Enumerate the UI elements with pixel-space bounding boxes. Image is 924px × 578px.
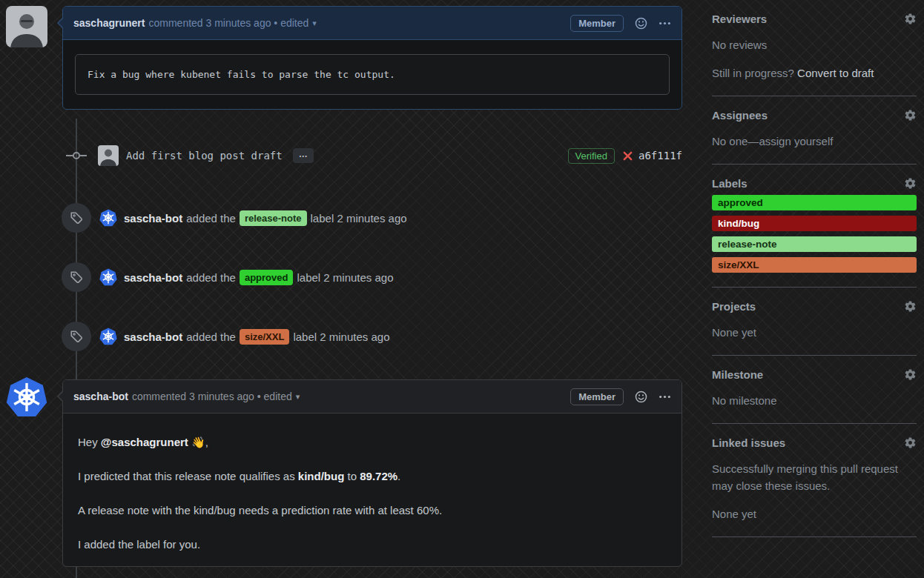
mention-link[interactable]: @saschagrunert [101,436,188,448]
event-user-link[interactable]: sascha-bot [124,330,182,343]
sidebar-section-milestone: Milestone No milestone [712,356,917,424]
draft-hint: Still in progress? Convert to draft [712,64,917,82]
member-badge: Member [570,15,624,32]
linked-issues-description: Successfully merging this pull request m… [712,460,917,494]
sidebar-section-assignees: Assignees No one—assign yourself [712,96,917,165]
comment-meta: commented 3 minutes ago • edited [148,17,308,29]
sidebar-label-size-xxl[interactable]: size/XXL [712,257,917,273]
greeting-line: Hey @saschagrunert 👋, [78,434,667,451]
reviewers-title: Reviewers [712,13,767,25]
kubernetes-logo [99,268,117,286]
comment-options-button[interactable] [659,391,671,403]
tag-icon [62,262,91,292]
edited-dropdown-caret[interactable]: ▾ [296,392,300,402]
sidebar-section-labels: Labels approved kind/bug release-note si… [712,165,917,288]
kebab-menu-icon [659,391,671,403]
kubernetes-logo [6,376,47,418]
comment-author-link[interactable]: sascha-bot [73,391,128,402]
event-action: added the [186,330,236,343]
projects-empty-text: None yet [712,324,917,341]
member-badge: Member [570,388,624,405]
commit-author-avatar[interactable] [98,145,119,166]
comment-options-button[interactable] [659,17,671,30]
tag-icon [62,322,91,351]
sidebar-section-reviewers: Reviewers No reviews Still in progress? … [712,0,917,96]
gear-icon[interactable] [904,13,917,25]
threshold-line: A release note with the kind/bug needs a… [78,502,667,519]
assignees-title: Assignees [712,109,768,122]
projects-title: Projects [712,300,756,313]
kebab-menu-icon [659,17,671,30]
sidebar-section-projects: Projects None yet [712,288,917,356]
label-event-row: sascha-bot added the release-note label … [0,203,694,233]
emoji-reaction-button[interactable] [635,17,647,30]
prediction-rate: 89.72% [360,470,397,482]
event-action: added the [186,212,236,225]
label-chip-approved[interactable]: approved [240,270,294,285]
commit-sha-link[interactable]: a6f111f [638,150,682,162]
smiley-icon [635,17,647,30]
kubernetes-logo [99,209,117,227]
closing-line: I added the label for you. [78,537,667,553]
comment-meta: commented 3 minutes ago • edited [132,391,292,402]
convert-to-draft-link[interactable]: Convert to draft [797,67,874,79]
emoji-reaction-button[interactable] [635,391,647,403]
kubernetes-logo [99,328,117,345]
user-portrait-icon [6,6,47,47]
label-event-row: sascha-bot added the size/XXL label 2 mi… [0,322,694,351]
timeline-main-column: saschagrunert commented 3 minutes ago • … [0,0,694,578]
prediction-line: I predicted that this release note quali… [78,468,667,485]
commit-message-link[interactable]: Add first blog post draft [126,150,283,162]
tag-icon [62,203,91,233]
event-suffix: label 2 minutes ago [311,212,407,225]
comment-body: Fix a bug where kubenet fails to parse t… [63,40,682,109]
edited-dropdown-caret[interactable]: ▾ [312,19,317,28]
assignees-empty-text: No one—assign yourself [712,133,917,150]
label-chip-release-note[interactable]: release-note [240,210,307,226]
comment-author-link[interactable]: saschagrunert [73,17,145,29]
event-user-link[interactable]: sascha-bot [124,212,182,225]
comment-header: sascha-bot commented 3 minutes ago • edi… [63,380,682,413]
linked-issues-empty-text: None yet [712,505,917,522]
gear-icon[interactable] [904,109,917,122]
status-failed-x-icon[interactable] [622,150,633,162]
verified-badge: Verified [568,148,615,164]
comment-saschagrunert: saschagrunert commented 3 minutes ago • … [62,6,682,110]
comment-body: Hey @saschagrunert 👋, I predicted that t… [63,413,682,566]
bot-avatar[interactable] [99,209,117,227]
labels-list: approved kind/bug release-note size/XXL [712,195,917,273]
event-suffix: label 2 minutes ago [293,330,389,343]
bot-avatar[interactable] [99,328,117,345]
reviewers-empty-text: No reviews [712,36,917,53]
gear-icon[interactable] [904,368,917,381]
event-action: added the [186,271,236,284]
milestone-title: Milestone [712,368,763,381]
event-suffix: label 2 minutes ago [297,271,393,284]
event-user-link[interactable]: sascha-bot [124,271,182,284]
bot-avatar-large[interactable] [6,376,47,418]
avatar[interactable] [6,6,47,47]
linked-issues-title: Linked issues [712,436,785,449]
sidebar-label-approved[interactable]: approved [712,195,917,210]
sidebar-section-linked-issues: Linked issues Successfully merging this … [712,424,917,537]
commit-expander-button[interactable]: … [293,148,314,163]
release-note-code-block: Fix a bug where kubenet fails to parse t… [75,54,670,95]
gear-icon[interactable] [904,436,917,449]
gear-icon[interactable] [904,300,917,313]
kind-bug-text: kind/bug [298,470,345,482]
wave-emoji-icon: 👋 [191,436,205,448]
label-chip-size-xxl[interactable]: size/XXL [240,329,289,345]
smiley-icon [635,391,647,403]
git-commit-icon [66,150,87,162]
sidebar-label-release-note[interactable]: release-note [712,236,917,252]
comment-header: saschagrunert commented 3 minutes ago • … [63,7,682,40]
assign-yourself-link[interactable]: assign yourself [759,135,833,147]
commit-event-row: Add first blog post draft … Verified a6f… [0,145,694,166]
milestone-empty-text: No milestone [712,392,917,409]
sidebar-label-kind-bug[interactable]: kind/bug [712,216,917,231]
sidebar: Reviewers No reviews Still in progress? … [694,0,924,578]
bot-avatar[interactable] [99,268,117,286]
gear-icon[interactable] [904,177,917,190]
label-event-row: sascha-bot added the approved label 2 mi… [0,262,694,292]
labels-title: Labels [712,177,748,190]
